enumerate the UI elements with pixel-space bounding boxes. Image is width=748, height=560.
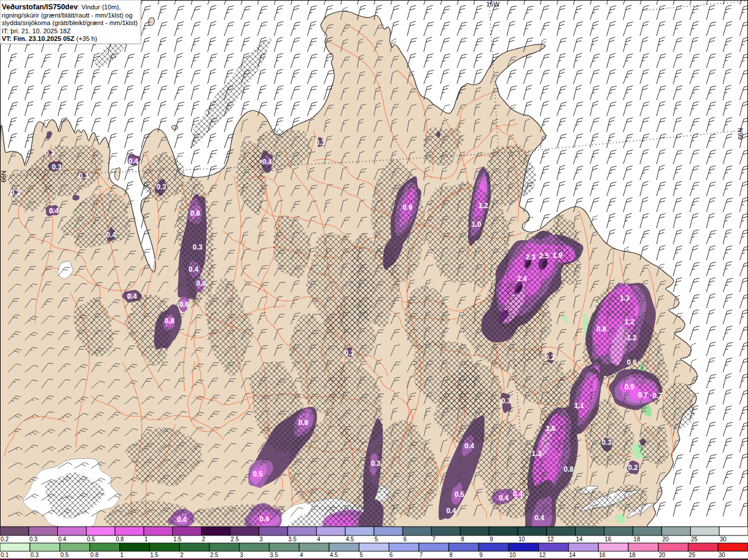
svg-text:5: 5 xyxy=(359,552,363,558)
svg-text:9: 9 xyxy=(479,552,483,558)
svg-text:0.4: 0.4 xyxy=(106,231,116,239)
svg-text:0.8: 0.8 xyxy=(564,465,574,473)
svg-text:0.4: 0.4 xyxy=(513,490,523,498)
svg-text:0.3: 0.3 xyxy=(52,163,62,171)
svg-text:1: 1 xyxy=(144,536,148,542)
svg-text:0.7: 0.7 xyxy=(638,391,648,399)
svg-text:12: 12 xyxy=(547,536,554,542)
svg-text:16: 16 xyxy=(605,536,612,542)
svg-text:0.2: 0.2 xyxy=(11,189,20,197)
svg-text:0.1: 0.1 xyxy=(1,552,9,558)
svg-text:0.3: 0.3 xyxy=(193,243,203,251)
svg-text:0.5: 0.5 xyxy=(455,490,465,499)
svg-text:0.4: 0.4 xyxy=(465,442,475,450)
svg-text:1.5: 1.5 xyxy=(173,536,181,542)
svg-text:0.4: 0.4 xyxy=(129,157,138,165)
svg-text:3.5: 3.5 xyxy=(288,536,296,542)
svg-text:0.9: 0.9 xyxy=(625,383,635,391)
svg-text:30: 30 xyxy=(720,536,727,542)
svg-text:0.5: 0.5 xyxy=(87,536,95,542)
svg-text:14: 14 xyxy=(569,552,576,558)
svg-text:0.2: 0.2 xyxy=(345,349,355,357)
svg-text:1.1: 1.1 xyxy=(574,402,584,410)
svg-text:4: 4 xyxy=(300,552,303,558)
svg-text:0.8: 0.8 xyxy=(597,325,607,333)
svg-text:0.4: 0.4 xyxy=(262,158,272,166)
svg-text:25: 25 xyxy=(689,552,696,558)
svg-text:1.6: 1.6 xyxy=(546,424,556,433)
svg-text:16: 16 xyxy=(599,552,606,558)
svg-text:20: 20 xyxy=(662,536,669,542)
svg-text:IT: þri. 21. 10. 2025 18Z: IT: þri. 21. 10. 2025 18Z xyxy=(2,27,71,34)
svg-text:1.5: 1.5 xyxy=(150,552,158,558)
svg-text:0.4: 0.4 xyxy=(446,507,456,515)
svg-text:0.6: 0.6 xyxy=(191,209,200,217)
svg-text:0.6: 0.6 xyxy=(627,358,637,367)
svg-text:30: 30 xyxy=(719,552,726,558)
svg-text:0.4: 0.4 xyxy=(189,265,199,274)
svg-text:0.3: 0.3 xyxy=(157,183,167,191)
svg-text:slydda/snjókoma (grátt/bleikt/: slydda/snjókoma (grátt/bleikt/grænt - mm… xyxy=(2,19,138,26)
svg-text:0.2: 0.2 xyxy=(545,354,555,362)
svg-text:4.5: 4.5 xyxy=(346,536,354,542)
svg-text:rigning/skúrir (grænt/blátt/ra: rigning/skúrir (grænt/blátt/rautt - mm/1… xyxy=(2,12,133,19)
svg-text:12: 12 xyxy=(539,552,546,558)
svg-text:8: 8 xyxy=(461,536,465,542)
svg-text:VT: Fim. 23.10.2025 05Z (+35 h: VT: Fim. 23.10.2025 05Z (+35 h) xyxy=(2,35,98,42)
svg-text:1.3: 1.3 xyxy=(532,450,542,458)
svg-text:14: 14 xyxy=(576,536,583,542)
svg-text:18: 18 xyxy=(633,536,640,542)
svg-text:2.4: 2.4 xyxy=(517,275,527,283)
svg-text:25: 25 xyxy=(691,536,698,542)
svg-text:66N: 66N xyxy=(0,171,7,182)
svg-text:0.3: 0.3 xyxy=(30,552,39,558)
svg-text:18: 18 xyxy=(629,552,636,558)
svg-text:0.3: 0.3 xyxy=(501,397,511,405)
svg-text:10: 10 xyxy=(509,552,516,558)
svg-text:2.5: 2.5 xyxy=(539,252,549,260)
svg-text:1.2: 1.2 xyxy=(625,318,635,326)
svg-text:0.3: 0.3 xyxy=(29,536,37,542)
svg-text:0.2: 0.2 xyxy=(628,464,638,472)
svg-text:1.2: 1.2 xyxy=(479,202,489,210)
svg-text:20: 20 xyxy=(659,552,666,558)
svg-text:4.5: 4.5 xyxy=(330,552,338,558)
svg-text:1.0: 1.0 xyxy=(472,220,482,229)
svg-text:2.5: 2.5 xyxy=(231,536,239,542)
svg-text:1.3: 1.3 xyxy=(620,294,630,302)
svg-text:0.8: 0.8 xyxy=(165,317,175,325)
svg-text:3: 3 xyxy=(240,552,244,558)
svg-text:66N: 66N xyxy=(737,128,744,140)
svg-text:0.6: 0.6 xyxy=(179,300,189,309)
svg-text:0.5: 0.5 xyxy=(60,552,68,558)
svg-text:0.4: 0.4 xyxy=(259,515,269,523)
svg-text:0.3: 0.3 xyxy=(316,139,325,147)
svg-text:0.4: 0.4 xyxy=(177,516,187,524)
svg-text:Veðurstofan/IS750dev: Vindur (: Veðurstofan/IS750dev: Vindur (10m), xyxy=(2,3,121,11)
svg-text:6: 6 xyxy=(390,552,393,558)
svg-text:0.4: 0.4 xyxy=(58,536,66,542)
svg-text:0.8: 0.8 xyxy=(91,552,99,558)
svg-text:0.6: 0.6 xyxy=(299,419,309,427)
svg-text:4: 4 xyxy=(317,536,321,542)
svg-text:2: 2 xyxy=(180,552,183,558)
svg-text:0.8: 0.8 xyxy=(196,279,206,288)
svg-text:0.4: 0.4 xyxy=(127,292,137,300)
svg-text:2: 2 xyxy=(202,536,206,542)
svg-text:0.3: 0.3 xyxy=(602,438,612,447)
svg-text:10: 10 xyxy=(518,536,525,542)
svg-text:2.5: 2.5 xyxy=(210,552,218,558)
svg-text:9: 9 xyxy=(490,536,493,542)
svg-text:0.3: 0.3 xyxy=(79,172,89,180)
svg-text:7: 7 xyxy=(420,552,423,558)
svg-text:0.2: 0.2 xyxy=(45,149,55,157)
svg-text:6: 6 xyxy=(403,536,407,542)
svg-text:15W: 15W xyxy=(486,1,500,8)
svg-text:0.2: 0.2 xyxy=(1,536,9,542)
svg-text:5: 5 xyxy=(375,536,378,542)
svg-text:1: 1 xyxy=(120,552,124,558)
svg-text:1.9: 1.9 xyxy=(553,251,563,260)
svg-text:2.3: 2.3 xyxy=(526,253,536,261)
svg-text:3.5: 3.5 xyxy=(270,552,278,558)
svg-text:0.5: 0.5 xyxy=(253,470,263,478)
